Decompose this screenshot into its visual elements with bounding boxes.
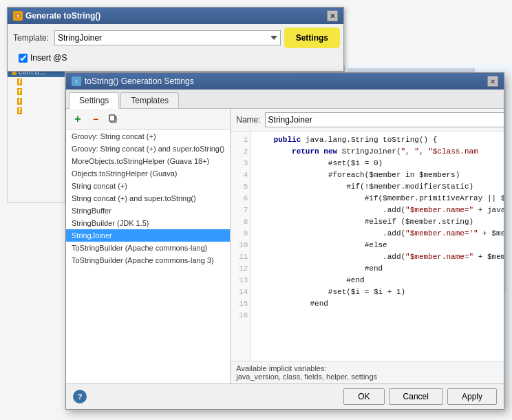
code-content[interactable]: public java.lang.String toString() { ret…: [251, 132, 504, 361]
list-item[interactable]: Groovy: String concat (+) and super.toSt…: [66, 143, 230, 155]
code-line: #elseif ($member.string): [255, 216, 504, 228]
code-line: .add("$member.name='" + $member.a: [255, 228, 504, 240]
name-input[interactable]: [265, 112, 504, 127]
settings-dialog: t toString() Generation Settings ✕ Setti…: [65, 72, 504, 410]
code-line: public java.lang.String toString() {: [255, 134, 504, 146]
code-line: #if(!$member.modifierStatic): [255, 181, 504, 193]
insert-label: Insert @S: [30, 53, 67, 63]
list-item[interactable]: MoreObjects.toStringHelper (Guava 18+): [66, 155, 230, 167]
code-line: #set($i = 0): [255, 158, 504, 169]
avail-vars-label: Available implicit variables:: [236, 364, 504, 372]
code-line: .add("$member.name=" + $member.ac: [255, 251, 504, 263]
code-line: #end: [255, 275, 504, 286]
apply-button[interactable]: Apply: [447, 388, 497, 405]
svg-rect-5: [109, 115, 115, 121]
list-item[interactable]: String concat (+) and super.toString(): [66, 192, 230, 204]
generate-dialog-body: Template: StringJoiner Settings Insert @…: [8, 24, 343, 71]
help-button[interactable]: ?: [73, 390, 87, 403]
generate-dialog-icon: t: [13, 11, 23, 21]
list-item-selected[interactable]: StringJoiner: [66, 229, 230, 242]
code-line: #set($i = $i + 1): [255, 286, 504, 298]
code-line: #if($member.primitiveArray || $me: [255, 193, 504, 204]
template-list: Groovy: String concat (+) Groovy: String…: [66, 130, 230, 384]
line-numbers: 1 2 3 4 5 6 7 8 9 10 11 12 13 14 15 16: [231, 132, 251, 361]
settings-dialog-icon: t: [72, 76, 81, 86]
available-vars: Available implicit variables: java_versi…: [231, 361, 504, 384]
ok-button[interactable]: OK: [343, 388, 384, 405]
settings-dialog-title: toString() Generation Settings: [85, 76, 194, 86]
code-line: return new StringJoiner(", ", "$class.na…: [255, 146, 504, 158]
tab-templates[interactable]: Templates: [120, 92, 179, 108]
settings-titlebar: t toString() Generation Settings ✕: [66, 73, 504, 90]
code-panel: Name: 1 2 3 4 5 6 7 8 9 10 11 12 13: [231, 109, 504, 384]
code-line: #end: [255, 263, 504, 275]
list-toolbar: + −: [66, 109, 230, 130]
svg-text:t: t: [17, 13, 19, 19]
code-line: .add("$member.name=" + java.util.: [255, 204, 504, 216]
list-item[interactable]: StringBuilder (JDK 1.5): [66, 217, 230, 229]
code-line: #else: [255, 240, 504, 251]
cancel-button[interactable]: Cancel: [389, 388, 443, 405]
list-item[interactable]: ToStringBuilder (Apache commons-lang): [66, 242, 230, 254]
code-line: #end: [255, 298, 504, 310]
list-item[interactable]: String concat (+): [66, 180, 230, 192]
settings-content: + − Groovy: String concat (+) Groovy: St…: [66, 109, 504, 384]
insert-checkbox[interactable]: [19, 54, 28, 63]
code-line: #foreach($member in $members): [255, 169, 504, 181]
tabs-bar: Settings Templates: [66, 90, 504, 109]
add-button[interactable]: +: [70, 112, 85, 127]
list-item[interactable]: ToStringBuilder (Apache commons-lang 3): [66, 254, 230, 266]
template-label: Template:: [13, 33, 49, 43]
list-item[interactable]: Groovy: String concat (+): [66, 130, 230, 143]
generate-dialog: t Generate toString() ✕ Template: String…: [7, 7, 344, 72]
list-item[interactable]: StringBuffer: [66, 204, 230, 217]
name-row: Name:: [231, 109, 504, 132]
name-label: Name:: [236, 115, 260, 125]
dialog-footer: ? OK Cancel Apply: [66, 384, 504, 409]
template-select[interactable]: StringJoiner: [54, 30, 281, 45]
remove-button[interactable]: −: [88, 112, 103, 127]
settings-button[interactable]: Settings: [286, 30, 338, 46]
code-editor: 1 2 3 4 5 6 7 8 9 10 11 12 13 14 15 16: [231, 132, 504, 361]
generate-dialog-title: Generate toString(): [25, 11, 100, 21]
list-item[interactable]: Objects.toStringHelper (Guava): [66, 167, 230, 180]
tab-settings[interactable]: Settings: [69, 92, 119, 109]
settings-close-button[interactable]: ✕: [487, 76, 498, 87]
avail-vars-list: java_version, class, fields, helper, set…: [236, 372, 504, 381]
list-panel: + − Groovy: String concat (+) Groovy: St…: [66, 109, 231, 384]
generate-close-button[interactable]: ✕: [327, 10, 338, 21]
copy-button[interactable]: [106, 112, 121, 127]
generate-dialog-titlebar: t Generate toString() ✕: [8, 8, 343, 24]
